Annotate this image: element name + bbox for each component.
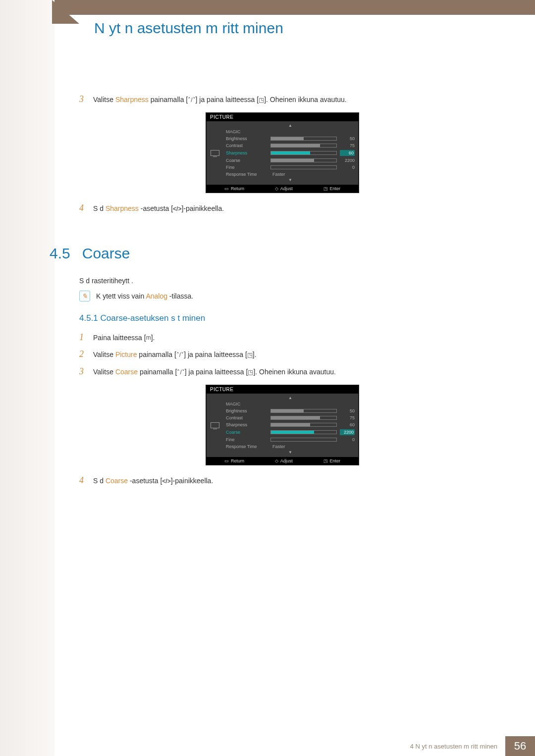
updown-icon: ˄/˅ <box>188 96 195 105</box>
osd-row-brightness: Brightness50 <box>226 135 355 142</box>
osd-bar <box>270 409 337 413</box>
osd-value-text: Faster <box>270 172 340 177</box>
osd-row-label: Fine <box>226 165 270 170</box>
section-4-5-heading: 4.5 Coarse <box>50 245 485 262</box>
osd-row-label: Response Time <box>226 172 270 177</box>
note-icon: ✎ <box>79 291 90 302</box>
osd-footer: ▭Return ◇Adjust ◳Enter <box>206 457 359 465</box>
step-4-coarse: 4 S d Coarse -asetusta [</>]-painikkeell… <box>79 473 485 488</box>
leftright-icon: </> <box>162 477 170 486</box>
osd-value: 75 <box>340 415 355 420</box>
step-text: Valitse Coarse painamalla [˄/˅] ja paina… <box>93 366 336 377</box>
osd-bar <box>270 438 337 442</box>
step-text: S d Sharpness -asetusta [</>]-painikkeel… <box>93 203 224 214</box>
chapter-marker <box>52 0 79 24</box>
osd-row-label: Fine <box>226 437 270 442</box>
step-3-sharpness: 3 Valitse Sharpness painamalla [˄/˅] ja … <box>79 92 485 106</box>
osd-row-fine: Fine0 <box>226 436 355 443</box>
osd-value: 0 <box>340 165 355 170</box>
footer-chapter-text: 4 N yt n asetusten m ritt minen <box>410 736 505 756</box>
osd-title: PICTURE <box>206 385 359 394</box>
osd-bar <box>270 144 337 148</box>
monitor-icon <box>211 422 219 428</box>
step-text: S d Coarse -asetusta [</>]-painikkeella. <box>93 475 213 486</box>
osd-value: 2200 <box>340 429 355 435</box>
osd-row-response-time: Response TimeFaster <box>226 171 355 178</box>
scroll-down-icon: ▼ <box>226 450 355 455</box>
osd-value: 50 <box>340 136 355 141</box>
step-2-coarse: 2 Valitse Picture painamalla [˄/˅] ja pa… <box>79 347 485 361</box>
osd-value: 0 <box>340 437 355 442</box>
step-text: Valitse Picture painamalla [˄/˅] ja pain… <box>93 349 257 360</box>
section-intro: S d rasteritiheytt . <box>79 277 485 285</box>
step-number: 1 <box>79 330 88 345</box>
step-3-coarse: 3 Valitse Coarse painamalla [˄/˅] ja pai… <box>79 364 485 379</box>
osd-row-contrast: Contrast75 <box>226 142 355 149</box>
osd-row-label: Coarse <box>226 158 270 163</box>
osd-bar <box>270 423 337 427</box>
step-number: 3 <box>79 364 88 379</box>
osd-row-coarse: Coarse2200 <box>226 428 355 436</box>
osd-screenshot-sharpness: PICTURE ▲MAGICBrightness50Contrast75Shar… <box>79 112 485 193</box>
section-number: 4.5 <box>50 245 70 262</box>
osd-screenshot-coarse: PICTURE ▲MAGICBrightness50Contrast75Shar… <box>79 385 485 465</box>
step-4-sharpness: 4 S d Sharpness -asetusta [</>]-painikke… <box>79 201 485 215</box>
adjust-icon: ◇ <box>275 186 278 191</box>
osd-sidebar-icon <box>209 123 221 183</box>
subsection-4-5-1: 4.5.1 Coarse-asetuksen s t minen <box>79 313 485 323</box>
osd-bar <box>270 430 337 434</box>
enter-icon: ◳ <box>247 351 253 360</box>
osd-row-coarse: Coarse2200 <box>226 157 355 164</box>
osd-row-magic: MAGIC <box>226 128 355 135</box>
note-analog: ✎ K ytett viss vain Analog -tilassa. <box>79 291 485 302</box>
osd-row-response-time: Response TimeFaster <box>226 443 355 450</box>
scroll-up-icon: ▲ <box>226 123 355 128</box>
enter-icon: ◳ <box>259 96 264 105</box>
osd-row-label: Response Time <box>226 444 270 449</box>
osd-row-contrast: Contrast75 <box>226 414 355 421</box>
leftright-icon: </> <box>173 204 181 214</box>
osd-row-label: Sharpness <box>226 422 270 427</box>
osd-title: PICTURE <box>206 113 359 121</box>
step-number: 3 <box>79 92 88 106</box>
section-name: Coarse <box>82 245 130 262</box>
osd-bar <box>270 137 337 141</box>
enter-icon: ◳ <box>323 458 328 463</box>
step-number: 4 <box>79 201 88 215</box>
osd-value: 50 <box>340 408 355 413</box>
step-number: 4 <box>79 473 88 488</box>
updown-icon: ˄/˅ <box>176 351 184 360</box>
osd-panel: PICTURE ▲MAGICBrightness50Contrast75Shar… <box>206 112 359 193</box>
osd-row-brightness: Brightness50 <box>226 407 355 414</box>
step-1-coarse: 1 Paina laitteessa [m]. <box>79 330 485 345</box>
adjust-icon: ◇ <box>275 458 278 463</box>
scroll-down-icon: ▼ <box>226 178 355 183</box>
step-number: 2 <box>79 347 88 361</box>
osd-row-label: Brightness <box>226 408 270 413</box>
menu-icon: m <box>146 333 151 343</box>
osd-bar <box>270 151 337 155</box>
osd-panel: PICTURE ▲MAGICBrightness50Contrast75Shar… <box>206 385 359 465</box>
osd-row-label: Brightness <box>226 136 270 141</box>
scroll-up-icon: ▲ <box>226 396 355 401</box>
page-footer: 4 N yt n asetusten m ritt minen 56 <box>0 736 535 756</box>
page-title: N yt n asetusten m ritt minen <box>94 20 283 37</box>
osd-footer: ▭Return ◇Adjust ◳Enter <box>206 185 359 193</box>
osd-row-sharpness: Sharpness60 <box>226 149 355 157</box>
osd-row-sharpness: Sharpness60 <box>226 421 355 428</box>
osd-row-magic: MAGIC <box>226 401 355 407</box>
osd-row-label: MAGIC <box>226 129 270 134</box>
osd-row-fine: Fine0 <box>226 164 355 171</box>
note-text: K ytett viss vain Analog -tilassa. <box>96 292 193 300</box>
top-banner <box>54 0 535 15</box>
osd-row-label: Coarse <box>226 430 270 435</box>
footer-page-number: 56 <box>505 736 535 756</box>
osd-bar <box>270 416 337 420</box>
osd-value: 60 <box>340 422 355 427</box>
enter-icon: ◳ <box>248 368 253 377</box>
osd-bar <box>270 158 337 162</box>
osd-row-label: Contrast <box>226 143 270 148</box>
osd-value: 60 <box>340 150 355 156</box>
step-text: Valitse Sharpness painamalla [˄/˅] ja pa… <box>93 94 347 105</box>
return-icon: ▭ <box>224 458 229 463</box>
